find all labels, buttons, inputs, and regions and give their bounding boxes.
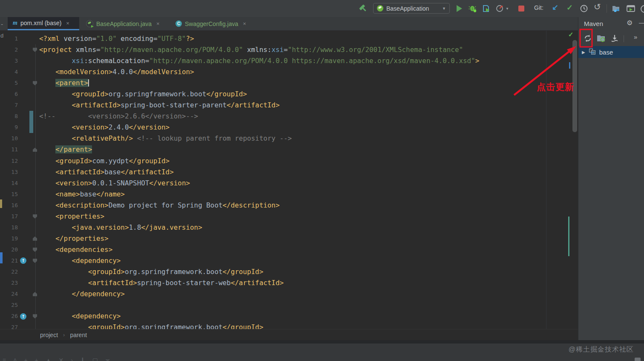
close-icon[interactable]: × [156, 20, 160, 27]
error-stripe-green-mark[interactable] [568, 217, 569, 256]
code-text[interactable]: <modelVersion>4.0.0</modelVersion> [39, 66, 194, 78]
run-config-selector[interactable]: BaseApplication ▼ [373, 3, 450, 14]
bottom-toolbar-icon[interactable]: ≍ [105, 357, 110, 361]
code-text[interactable]: <name>base</name> [39, 189, 125, 200]
code-line[interactable]: 18 <java.version>1.8</java.version> [0, 222, 578, 233]
code-line[interactable]: 10 <relativePath/> <!-- lookup parent fr… [0, 133, 578, 144]
code-line[interactable]: 14 <version>0.0.1-SNAPSHOT</version> [0, 178, 578, 189]
close-icon[interactable]: × [66, 20, 69, 26]
code-text[interactable]: <version>2.4.0</version> [39, 122, 170, 133]
code-line[interactable]: 24 </dependency> [0, 289, 578, 300]
code-line[interactable]: 23 <artifactId>spring-boot-starter-web</… [0, 277, 578, 289]
close-icon[interactable]: × [243, 20, 246, 27]
code-line[interactable]: 3 xsi:schemaLocation="http://maven.apach… [0, 55, 578, 66]
bottom-toolbar-icon[interactable]: ▢ [92, 357, 98, 361]
code-text[interactable]: </dependency> [39, 289, 125, 300]
gear-icon[interactable]: ⚙ [627, 19, 632, 27]
run-with-coverage-icon[interactable] [482, 4, 490, 13]
tab-pom-xml[interactable]: m pom.xml (base) × [8, 17, 79, 30]
vcs-change-marker[interactable] [29, 111, 33, 122]
code-line[interactable]: 19 </properties> [0, 233, 578, 244]
inspections-ok-icon[interactable]: ✓ [568, 31, 574, 38]
code-line[interactable]: 26↑ <dependency> [0, 311, 578, 322]
run-button[interactable] [457, 5, 462, 12]
bottom-toolbar-icon[interactable]: + [24, 357, 27, 361]
code-text[interactable]: </parent> [39, 144, 92, 155]
bottom-toolbar-icon[interactable]: ❙ [80, 357, 85, 361]
bottom-toolbar-icon[interactable]: + [35, 357, 38, 361]
code-line[interactable]: 20 <dependencies> [0, 244, 578, 255]
code-line[interactable]: 17 <properties> [0, 211, 578, 222]
code-line[interactable]: 6 <groupId>org.springframework.boot</gro… [0, 89, 578, 100]
search-icon[interactable] [641, 5, 644, 13]
expand-arrow-icon[interactable]: ▶ [582, 50, 585, 55]
fold-marker-icon[interactable] [33, 237, 37, 241]
fold-marker-icon[interactable] [33, 147, 37, 152]
fold-marker-icon[interactable] [33, 48, 37, 52]
code-line[interactable]: 27 <groupId>org.springframework.boot</gr… [0, 322, 578, 329]
profiler-icon[interactable] [495, 4, 504, 13]
editor-scrollbar[interactable] [572, 40, 577, 132]
error-stripe-blue-mark[interactable] [569, 62, 570, 69]
code-text[interactable]: <dependencies> [39, 244, 112, 255]
rollback-icon[interactable]: ↺ [594, 3, 601, 11]
code-text[interactable]: <groupId>org.springframework.boot</group… [39, 89, 247, 100]
code-text[interactable]: </properties> [39, 233, 109, 244]
profiler-chevron-icon[interactable]: ▼ [506, 7, 509, 11]
reload-maven-projects-icon[interactable] [583, 34, 592, 43]
vcs-change-marker[interactable] [29, 122, 33, 133]
code-text[interactable]: <groupId>com.yydpt</groupId> [39, 156, 170, 167]
code-line[interactable]: 9 <version>2.4.0</version> [0, 122, 578, 133]
code-text[interactable]: <artifactId>spring-boot-starter-web</art… [39, 277, 284, 289]
code-text[interactable]: <properties> [39, 211, 104, 222]
history-clock-icon[interactable] [580, 4, 588, 13]
code-text[interactable]: <artifactId>spring-boot-starter-parent</… [39, 100, 279, 111]
code-text[interactable]: <parent> [39, 78, 89, 89]
services-icon[interactable] [626, 4, 635, 13]
generate-sources-folder-icon[interactable] [596, 34, 606, 43]
more-actions-icon[interactable]: » [634, 33, 637, 40]
fold-marker-icon[interactable] [33, 81, 37, 85]
code-line[interactable]: 11 </parent> [0, 144, 578, 155]
code-line[interactable]: 7 <artifactId>spring-boot-starter-parent… [0, 100, 578, 111]
maven-dependency-gutter-icon[interactable]: ↑ [20, 313, 26, 320]
code-line[interactable]: 15 <name>base</name> [0, 189, 578, 200]
tab-base-application[interactable]: BaseApplication.java × [81, 17, 168, 30]
maven-dependency-gutter-icon[interactable]: ↑ [20, 257, 26, 264]
bottom-toolbar-icon[interactable]: = [3, 357, 6, 361]
code-text[interactable]: <java.version>1.8</java.version> [39, 222, 202, 233]
stop-button[interactable] [518, 6, 524, 12]
bottom-toolbar-icon[interactable]: ✕ [59, 357, 64, 361]
fold-marker-icon[interactable] [33, 314, 37, 318]
debug-bug-icon[interactable] [469, 4, 477, 13]
code-line[interactable]: 25 [0, 300, 578, 311]
code-text[interactable]: <!-- <version>2.6.6</version>--> [39, 111, 198, 122]
code-line[interactable]: 12 <groupId>com.yydpt</groupId> [0, 156, 578, 167]
code-line[interactable]: 5 <parent> [0, 78, 578, 89]
code-text[interactable]: <project xmlns="http://maven.apache.org/… [39, 44, 463, 55]
fold-marker-icon[interactable] [33, 248, 37, 252]
maven-tree-item-base[interactable]: ▶ m base [578, 46, 644, 58]
editor-pane[interactable]: d 1<?xml version="1.0" encoding="UTF-8"?… [0, 31, 578, 329]
code-line[interactable]: 22 <groupId>org.springframework.boot</gr… [0, 266, 578, 277]
code-text[interactable]: <description>Demo project for Spring Boo… [39, 200, 280, 211]
code-line[interactable]: 21↑ <dependency> [0, 255, 578, 266]
code-text[interactable]: <?xml version="1.0" encoding="UTF-8"?> [39, 33, 194, 44]
code-text[interactable]: <dependency> [39, 311, 121, 322]
project-folder-icon[interactable] [612, 4, 621, 13]
code-text[interactable]: <groupId>org.springframework.boot</group… [39, 322, 263, 329]
code-text[interactable]: <artifactId>base</artifactId> [39, 167, 174, 178]
code-line[interactable]: 1<?xml version="1.0" encoding="UTF-8"?> [0, 33, 578, 44]
bottom-toolbar-icon[interactable]: › [71, 357, 73, 361]
bottom-toolbar-icon[interactable]: ˄ [13, 357, 17, 361]
code-text[interactable]: <version>0.0.1-SNAPSHOT</version> [39, 178, 190, 189]
breadcrumb-project[interactable]: project [40, 332, 58, 338]
download-sources-icon[interactable] [610, 34, 619, 43]
build-hammer-icon[interactable] [359, 4, 368, 13]
bottom-toolbar-icon[interactable]: ▲ [46, 357, 52, 361]
code-lines[interactable]: 1<?xml version="1.0" encoding="UTF-8"?>2… [0, 33, 578, 329]
code-line[interactable]: 8<!-- <version>2.6.6</version>--> [0, 111, 578, 122]
code-text[interactable]: xsi:schemaLocation="http://maven.apache.… [39, 55, 479, 66]
code-line[interactable]: 4 <modelVersion>4.0.0</modelVersion> [0, 66, 578, 78]
breadcrumb-parent[interactable]: parent [70, 332, 87, 338]
